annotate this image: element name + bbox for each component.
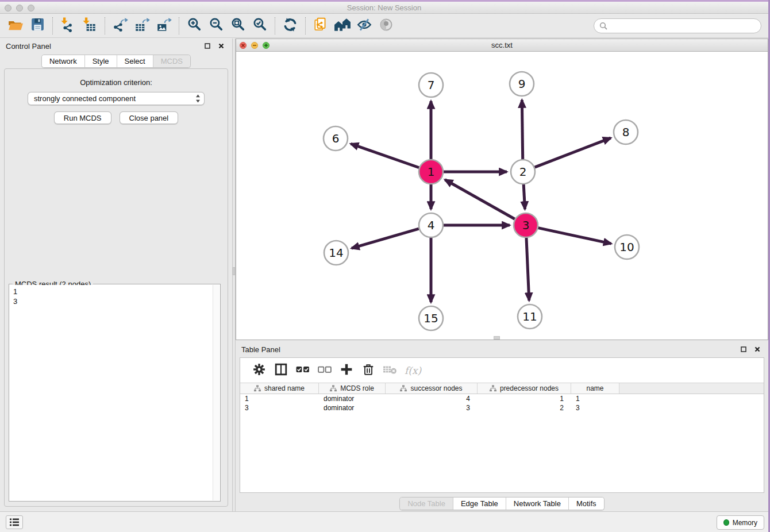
import-network-button[interactable] [57,16,79,36]
memory-label: Memory [733,519,757,527]
column-header-MCDS-role[interactable]: MCDS role [319,383,386,394]
task-history-button[interactable] [6,515,23,529]
graph-node-11[interactable]: 11 [518,304,542,329]
zoom-selected-button[interactable] [249,16,271,36]
graph-node-3[interactable]: 3 [514,213,538,237]
select-all-checks-button[interactable] [292,362,314,379]
export-image-button[interactable] [153,16,175,36]
maximize-window-button[interactable] [28,5,34,11]
graph-edge-3-11[interactable] [526,238,529,300]
column-label: MCDS role [340,384,374,392]
close-window-button[interactable] [5,5,11,11]
table-cell[interactable]: 1 [240,394,319,403]
hide-selected-button[interactable] [353,16,375,36]
tab-motifs[interactable]: Motifs [568,498,604,510]
table-cell[interactable]: dominator [319,394,386,403]
columns-button[interactable] [270,362,292,379]
mcds-result-box: MCDS result (2 nodes) 1 3 [9,284,221,502]
graph-node-10[interactable]: 10 [615,235,639,259]
table-row[interactable]: 3dominator323 [240,403,764,413]
graph-edge-1-6[interactable] [351,144,419,168]
close-panel-button[interactable]: Close panel [120,111,179,124]
graph-node-2[interactable]: 2 [511,160,535,184]
export-table-icon [134,17,150,35]
network-window-titlebar[interactable]: scc.txt [236,39,768,52]
table-cell[interactable]: 3 [240,403,319,413]
delete-row-button[interactable] [357,362,379,379]
mcds-result-list[interactable]: 1 3 [10,285,213,500]
import-table-button[interactable] [79,16,101,36]
home-first-neighbors-icon [334,17,351,35]
close-panel-icon[interactable] [216,41,226,51]
table-cell[interactable]: 2 [478,403,571,413]
minimize-window-button[interactable] [16,5,23,11]
graph-edge-2-3[interactable] [523,184,525,209]
add-row-button[interactable] [336,362,357,379]
table-settings-button[interactable] [248,362,270,379]
network-resize-grip[interactable] [494,336,500,340]
run-mcds-button[interactable]: Run MCDS [54,111,111,124]
minimize-network-button[interactable] [251,42,258,49]
search-input[interactable] [610,20,761,32]
close-table-panel-icon[interactable] [752,345,763,354]
table-panel-title: Table Panel [241,345,280,354]
open-session-button[interactable] [5,16,26,36]
table-tabs: Node TableEdge TableNetwork TableMotifs [399,497,604,510]
table-cell[interactable]: 3 [386,403,478,413]
table-row[interactable]: 1dominator411 [240,394,764,403]
tab-select[interactable]: Select [117,55,153,67]
column-header-successor-nodes[interactable]: successor nodes [386,383,478,394]
graph-node-9[interactable]: 9 [510,72,534,96]
table-cell[interactable]: 4 [386,394,478,403]
zoom-in-button[interactable] [183,16,205,36]
search-box[interactable] [594,18,761,33]
tab-edge-table[interactable]: Edge Table [453,498,506,510]
table-cell[interactable]: 3 [571,403,619,413]
column-header-predecessor-nodes[interactable]: predecessor nodes [478,383,571,394]
float-table-panel-icon[interactable] [738,345,749,354]
table-cell[interactable]: 1 [571,394,619,403]
home-first-neighbors-button[interactable] [332,16,353,36]
graph-edge-3-10[interactable] [538,228,611,244]
save-session-button[interactable] [26,16,48,36]
mcds-result-scrollbar[interactable] [213,285,220,500]
zoom-out-button[interactable] [205,16,227,36]
refresh-button[interactable] [279,16,301,36]
table-cell[interactable]: dominator [319,403,386,413]
graph-node-7[interactable]: 7 [419,73,443,97]
graph-node-8[interactable]: 8 [614,120,638,144]
float-panel-icon[interactable] [202,41,213,51]
tab-style[interactable]: Style [84,55,117,67]
export-network-button[interactable] [109,16,131,36]
graph-node-1[interactable]: 1 [419,160,443,184]
tab-network-table[interactable]: Network Table [506,498,568,510]
import-network-icon [60,17,76,35]
zoom-network-button[interactable] [263,42,270,49]
column-header-shared-name[interactable]: shared name [240,383,319,394]
graph-edge-2-9[interactable] [522,100,522,159]
splitter-handle[interactable] [233,267,235,275]
tab-node-table[interactable]: Node Table [400,498,453,510]
tab-mcds[interactable]: MCDS [153,55,190,67]
memory-button[interactable]: Memory [717,515,764,530]
export-table-button[interactable] [131,16,153,36]
network-graph[interactable]: 7968124314101511 [236,52,768,340]
network-canvas[interactable]: 7968124314101511 [236,52,768,340]
table-panel: Table Panel f(x) shared nameMCDS rolesuc… [236,342,768,511]
tab-network[interactable]: Network [42,55,84,67]
deselect-all-checks-button[interactable] [314,362,336,379]
graph-edge-3-1[interactable] [445,180,514,219]
graph-node-15[interactable]: 15 [419,306,443,330]
graph-edge-4-14[interactable] [352,229,419,248]
table-cell[interactable]: 1 [478,394,571,403]
zoom-fit-button[interactable] [227,16,249,36]
graph-node-6[interactable]: 6 [324,126,348,151]
criterion-select[interactable]: strongly connected component [28,92,205,105]
column-header-name[interactable]: name [571,383,619,394]
clone-network-button[interactable] [310,16,332,36]
close-network-button[interactable] [240,42,247,49]
graph-edge-2-8[interactable] [535,138,611,167]
status-bar: Memory [0,511,768,532]
graph-node-14[interactable]: 14 [324,241,348,265]
graph-node-4[interactable]: 4 [419,213,443,237]
